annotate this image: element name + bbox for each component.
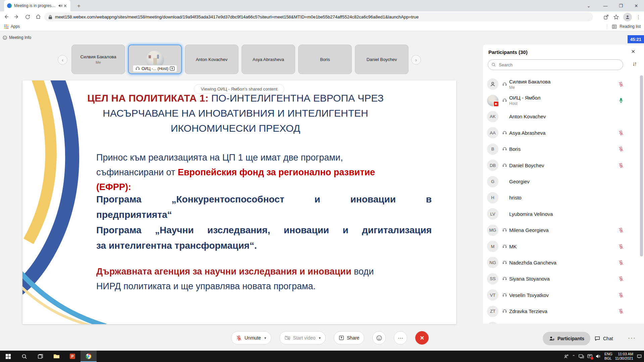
participants-icon	[549, 336, 555, 342]
participant-row[interactable]: ОИЦ - ЯмболHost	[483, 92, 644, 108]
sort-participants-icon[interactable]: ↓↑	[632, 61, 636, 67]
participant-name-block: Силвия БакаловаMe	[509, 79, 617, 90]
apps-grid-icon	[4, 24, 8, 29]
search-icon	[491, 62, 496, 67]
slide-title-red: ЦЕЛ НА ПОЛИТИКАТА 1:	[87, 93, 208, 104]
avatar: LV	[487, 208, 498, 220]
video-tile[interactable]: Boris	[298, 45, 352, 74]
mic-muted-icon[interactable]	[617, 292, 625, 298]
participant-row[interactable]: Антоанета Мунева	[483, 319, 644, 324]
unmute-options-icon[interactable]: ▾	[264, 336, 266, 340]
back-icon[interactable]	[1, 12, 11, 21]
meeting-timer: 45:21	[628, 35, 644, 43]
bookmark-star-icon[interactable]	[613, 14, 619, 20]
reading-list-button[interactable]: Reading list	[607, 24, 641, 29]
chrome-button[interactable]	[80, 351, 97, 362]
leave-meeting-button[interactable]: ✕	[415, 331, 429, 345]
mic-muted-icon[interactable]	[617, 130, 625, 136]
home-icon[interactable]	[34, 12, 43, 21]
powerpoint-button[interactable]: P	[64, 351, 80, 362]
mic-muted-icon[interactable]	[617, 146, 625, 152]
video-tile[interactable]: Daniel Boychev	[355, 45, 409, 74]
avatar: SS	[487, 273, 498, 285]
meeting-info-button[interactable]: Meeting Info	[3, 35, 31, 40]
participant-name: Milena Georgieva	[509, 227, 617, 233]
mic-muted-icon[interactable]	[617, 163, 625, 168]
participant-row[interactable]: LVLyubomira Velinova	[483, 206, 644, 222]
window-minimize-button[interactable]: —	[598, 0, 613, 11]
participant-row[interactable]: MMK	[483, 238, 644, 254]
tab-close-icon[interactable]: ✕	[63, 3, 68, 8]
participant-row[interactable]: AAAsya Abrasheva	[483, 125, 644, 141]
tab-audio-icon[interactable]	[58, 3, 63, 8]
scrollbar-thumb[interactable]	[640, 75, 643, 256]
file-explorer-button[interactable]	[48, 351, 64, 362]
mic-muted-icon[interactable]	[617, 227, 625, 233]
filmstrip-prev-icon[interactable]: ‹	[58, 55, 67, 65]
profile-avatar[interactable]	[623, 13, 632, 21]
mic-muted-icon[interactable]	[617, 276, 625, 282]
participant-row[interactable]: AKAnton Kovachev	[483, 109, 644, 125]
mic-muted-icon[interactable]	[617, 308, 625, 314]
chrome-icon	[86, 353, 92, 359]
tray-expand-icon[interactable]: ⌃	[572, 354, 575, 359]
new-tab-button[interactable]: +	[74, 2, 83, 10]
share-button[interactable]: Share	[334, 331, 364, 345]
participant-row[interactable]: SSSiyana Stoyanova	[483, 271, 644, 287]
video-tile-host[interactable]: ОИЦ -... (Host)	[128, 45, 182, 74]
avatar: VT	[487, 289, 498, 301]
browser-menu-icon[interactable]: ⋮	[636, 14, 641, 20]
participants-search[interactable]	[488, 59, 623, 70]
mic-muted-icon[interactable]	[617, 81, 625, 87]
participant-row[interactable]: VTVeselin Tsvyatkov	[483, 287, 644, 303]
language-clock-area[interactable]: ENG BGL 11:03 AM 11/30/2021	[604, 352, 633, 361]
mic-muted-icon	[618, 227, 624, 233]
window-restore-button[interactable]: ❐	[613, 0, 629, 11]
task-view-button[interactable]	[32, 351, 48, 362]
video-tile[interactable]: Asya Abrasheva	[241, 45, 295, 74]
window-close-button[interactable]: ✕	[629, 0, 644, 11]
participant-row[interactable]: NGNadezhda Gancheva	[483, 254, 644, 270]
taskbar-search-button[interactable]	[16, 351, 32, 362]
participant-row[interactable]: ZTZdravka Terzieva	[483, 303, 644, 319]
lock-icon[interactable]	[48, 15, 52, 19]
mic-on-icon[interactable]	[617, 98, 625, 103]
tab-search-icon[interactable]: ⌄	[581, 0, 596, 11]
start-video-button[interactable]: Start video ▾	[279, 331, 326, 345]
avatar: G	[487, 176, 498, 187]
filmstrip-next-icon[interactable]: ›	[411, 55, 421, 65]
address-bar[interactable]: meet158.webex.com/webappng/sites/meet158…	[44, 12, 593, 21]
participant-name: Boris	[509, 146, 617, 152]
action-center-icon[interactable]	[587, 354, 592, 359]
participant-name-block: Lyubomira Velinova	[509, 211, 617, 217]
start-button[interactable]	[0, 351, 16, 362]
share-page-icon[interactable]	[603, 14, 609, 20]
panel-close-icon[interactable]: ✕	[631, 49, 635, 55]
unmute-button[interactable]: Unmute ▾	[231, 331, 271, 345]
reactions-button[interactable]	[372, 331, 386, 345]
panel-more-options-icon[interactable]: ···	[628, 335, 636, 342]
video-options-icon[interactable]: ▾	[319, 336, 321, 340]
mic-muted-icon[interactable]	[617, 244, 625, 249]
participant-row[interactable]: Силвия БакаловаMe	[483, 76, 644, 92]
reload-icon[interactable]	[23, 12, 32, 21]
people-tray-icon[interactable]	[564, 354, 569, 359]
network-icon[interactable]	[579, 354, 584, 359]
apps-shortcut[interactable]: Apps	[4, 24, 20, 29]
participant-row[interactable]: Hhristo	[483, 190, 644, 206]
video-tile[interactable]: Силвия БакаловаMe	[71, 45, 125, 74]
mic-muted-icon[interactable]	[617, 260, 625, 265]
more-options-button[interactable]: ⋯	[394, 331, 407, 345]
speaker-icon[interactable]	[596, 354, 601, 359]
forward-icon[interactable]	[12, 12, 21, 21]
action-center-button[interactable]	[637, 354, 642, 359]
participant-row[interactable]: DBDaniel Boychev	[483, 157, 644, 173]
participant-row[interactable]: BBoris	[483, 141, 644, 157]
search-input[interactable]	[498, 62, 620, 68]
video-tile[interactable]: Anton Kovachev	[185, 45, 238, 74]
participant-row[interactable]: MGMilena Georgieva	[483, 222, 644, 238]
browser-tab[interactable]: Meeting is in progress... ✕	[4, 0, 70, 11]
participants-toggle-button[interactable]: Participants	[543, 332, 590, 345]
participant-row[interactable]: GGeorgiev	[483, 173, 644, 189]
chat-toggle-button[interactable]: Chat	[594, 332, 613, 345]
